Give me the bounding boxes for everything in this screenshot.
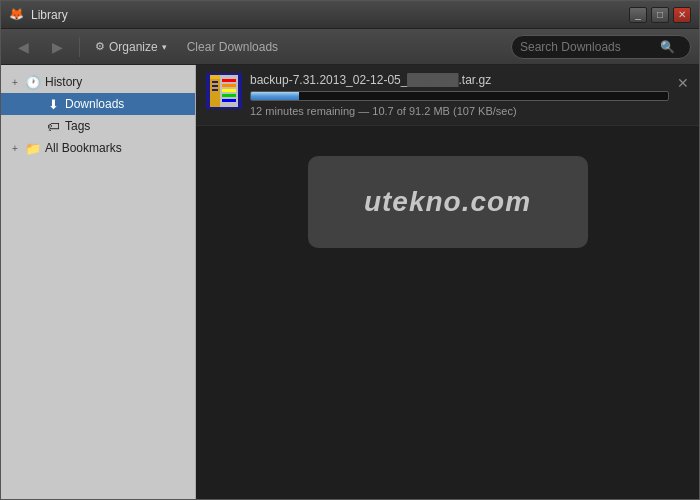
expand-icon: + [9, 142, 21, 154]
organize-icon: ⚙ [95, 40, 105, 53]
sidebar-item-label: History [45, 75, 82, 89]
sidebar-item-label: Downloads [65, 97, 124, 111]
bookmarks-icon: 📁 [25, 140, 41, 156]
window-title: Library [31, 8, 629, 22]
sidebar-item-tags[interactable]: 🏷 Tags [1, 115, 195, 137]
expand-icon [29, 120, 41, 132]
download-progress-fill [251, 92, 299, 100]
sidebar: + 🕐 History ⬇ Downloads 🏷 Tags + 📁 All B… [1, 65, 196, 499]
search-box: 🔍 [511, 35, 691, 59]
expand-icon [29, 98, 41, 110]
history-icon: 🕐 [25, 74, 41, 90]
download-progress-bar [250, 91, 669, 101]
svg-rect-3 [212, 81, 218, 83]
content-area: backup-7.31.2013_02-12-05_██████.tar.gz … [196, 65, 699, 499]
restore-button[interactable]: □ [651, 7, 669, 23]
download-file-icon [206, 73, 242, 109]
download-details: backup-7.31.2013_02-12-05_██████.tar.gz … [250, 73, 669, 117]
svg-rect-7 [222, 79, 236, 82]
clear-downloads-button[interactable]: Clear Downloads [180, 34, 285, 60]
download-filename: backup-7.31.2013_02-12-05_██████.tar.gz [250, 73, 669, 87]
svg-rect-11 [222, 99, 236, 102]
title-bar: 🦊 Library _ □ ✕ [1, 1, 699, 29]
svg-rect-10 [222, 94, 236, 97]
download-cancel-button[interactable]: ✕ [677, 75, 689, 91]
back-button[interactable]: ◀ [9, 34, 37, 60]
sidebar-item-history[interactable]: + 🕐 History [1, 71, 195, 93]
organize-menu-button[interactable]: ⚙ Organize ▾ [88, 34, 174, 60]
organize-arrow-icon: ▾ [162, 42, 167, 52]
sidebar-item-downloads[interactable]: ⬇ Downloads [1, 93, 195, 115]
watermark-overlay: utekno.com [308, 156, 588, 248]
svg-rect-9 [222, 89, 236, 92]
sidebar-item-label: Tags [65, 119, 90, 133]
search-input[interactable] [520, 40, 660, 54]
watermark-text: utekno.com [364, 186, 531, 218]
window-icon: 🦊 [9, 7, 25, 23]
svg-rect-5 [212, 89, 218, 91]
toolbar-separator-1 [79, 37, 80, 57]
search-icon[interactable]: 🔍 [660, 40, 675, 54]
svg-rect-4 [212, 85, 218, 87]
library-window: 🦊 Library _ □ ✕ ◀ ▶ ⚙ Organize ▾ [0, 0, 700, 500]
sidebar-item-label: All Bookmarks [45, 141, 122, 155]
expand-icon: + [9, 76, 21, 88]
window-controls: _ □ ✕ [629, 7, 691, 23]
forward-button[interactable]: ▶ [43, 34, 71, 60]
svg-rect-8 [222, 84, 236, 87]
downloads-icon: ⬇ [45, 96, 61, 112]
toolbar: ◀ ▶ ⚙ Organize ▾ Clear Downloads 🔍 [1, 29, 699, 65]
download-status: 12 minutes remaining — 10.7 of 91.2 MB (… [250, 105, 669, 117]
svg-rect-2 [210, 75, 220, 79]
main-content: + 🕐 History ⬇ Downloads 🏷 Tags + 📁 All B… [1, 65, 699, 499]
download-item: backup-7.31.2013_02-12-05_██████.tar.gz … [196, 65, 699, 126]
close-button[interactable]: ✕ [673, 7, 691, 23]
minimize-button[interactable]: _ [629, 7, 647, 23]
tags-icon: 🏷 [45, 118, 61, 134]
sidebar-item-all-bookmarks[interactable]: + 📁 All Bookmarks [1, 137, 195, 159]
